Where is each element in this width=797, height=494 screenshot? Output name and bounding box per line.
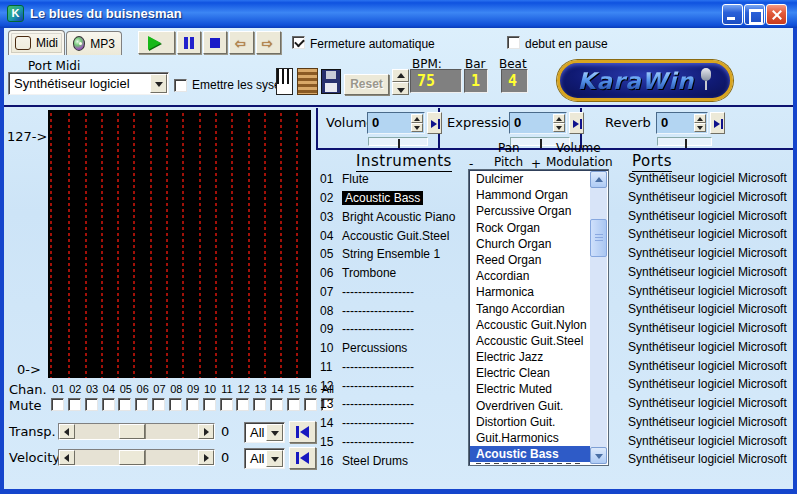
instrument-row[interactable]: 07------------------ xyxy=(320,283,468,302)
sysex-checkbox[interactable] xyxy=(174,79,187,92)
slider-right-arrow[interactable] xyxy=(198,450,214,465)
reset-button[interactable]: Reset xyxy=(344,74,389,95)
stop-button[interactable] xyxy=(203,31,227,54)
mute-checkbox[interactable] xyxy=(68,398,81,411)
transpose-scope-combobox[interactable]: All xyxy=(244,422,285,443)
slider-left-arrow[interactable] xyxy=(59,450,75,465)
mute-checkbox[interactable] xyxy=(253,398,266,411)
volume-field[interactable]: 0 xyxy=(367,112,425,134)
tab-midi[interactable]: Midi xyxy=(8,30,65,55)
transpose-slider-thumb[interactable] xyxy=(119,424,145,439)
velocity-reset-button[interactable] xyxy=(289,447,316,469)
expression-spinner[interactable] xyxy=(553,114,565,132)
mute-checkbox[interactable] xyxy=(203,398,216,411)
patch-list-item[interactable]: Percussive Organ xyxy=(470,203,590,219)
port-row[interactable]: Synthétiseur logiciel Microsoft xyxy=(628,169,793,188)
mute-checkbox[interactable] xyxy=(236,398,249,411)
instrument-row[interactable]: 10Percussions xyxy=(320,339,468,358)
patch-list-item[interactable]: Harmonica xyxy=(470,284,590,300)
volume-spinner[interactable] xyxy=(411,114,423,132)
port-row[interactable]: Synthétiseur logiciel Microsoft xyxy=(628,188,793,207)
instrument-row[interactable]: 04Accoustic Guit.Steel xyxy=(320,226,468,245)
bpm-spinner[interactable] xyxy=(392,69,409,95)
patch-list-item[interactable]: Overdriven Guit. xyxy=(470,398,590,414)
patch-list-item[interactable]: Electric Jazz xyxy=(470,349,590,365)
mute-checkbox[interactable] xyxy=(304,398,317,411)
port-row[interactable]: Synthétiseur logiciel Microsoft xyxy=(628,300,793,319)
mute-checkbox[interactable] xyxy=(51,398,64,411)
piano-keyboard-icon[interactable] xyxy=(276,68,293,95)
patch-list-item[interactable]: Rock Organ xyxy=(470,220,590,236)
scroll-down-icon[interactable] xyxy=(590,447,607,464)
start-paused-checkbox[interactable] xyxy=(507,36,520,49)
reverb-slider[interactable] xyxy=(657,137,712,146)
previous-button[interactable]: ⇦ xyxy=(229,31,254,54)
expression-field[interactable]: 0 xyxy=(509,112,567,134)
instrument-row[interactable]: 06Trombone xyxy=(320,264,468,283)
mute-checkbox[interactable] xyxy=(152,398,165,411)
port-row[interactable]: Synthétiseur logiciel Microsoft xyxy=(628,225,793,244)
port-row[interactable]: Synthétiseur logiciel Microsoft xyxy=(628,375,793,394)
transpose-slider[interactable] xyxy=(58,423,215,440)
patch-list-item[interactable]: Accoustic Guit.Steel xyxy=(470,333,590,349)
play-button[interactable] xyxy=(138,31,175,54)
reverb-apply-button[interactable] xyxy=(710,112,725,134)
instrument-row[interactable]: 05String Ensemble 1 xyxy=(320,245,468,264)
patch-list-item[interactable]: Acoustic Bass xyxy=(470,446,590,462)
velocity-scope-combobox[interactable]: All xyxy=(244,448,285,469)
scroll-up-icon[interactable] xyxy=(590,171,607,188)
port-row[interactable]: Synthétiseur logiciel Microsoft xyxy=(628,263,793,282)
combo-arrow-button[interactable] xyxy=(266,424,283,441)
transpose-reset-button[interactable] xyxy=(289,421,316,443)
expression-apply-button[interactable] xyxy=(569,112,584,134)
patch-list-item[interactable]: Electric Muted xyxy=(470,381,590,397)
mute-checkbox[interactable] xyxy=(85,398,98,411)
port-row[interactable]: Synthétiseur logiciel Microsoft xyxy=(628,394,793,413)
port-row[interactable]: Synthétiseur logiciel Microsoft xyxy=(628,450,793,469)
minimize-button[interactable] xyxy=(722,4,743,25)
slider-right-arrow[interactable] xyxy=(198,424,214,439)
tab-mp3[interactable]: MP3 xyxy=(66,31,122,55)
xylophone-icon[interactable] xyxy=(297,68,318,95)
spinner-up-icon[interactable] xyxy=(392,69,409,82)
reverb-field[interactable]: 0 xyxy=(656,112,708,134)
instrument-row[interactable]: 09------------------ xyxy=(320,320,468,339)
patch-list-item[interactable]: Church Organ xyxy=(470,236,590,252)
close-button[interactable] xyxy=(766,4,787,25)
instrument-row[interactable]: 16Steel Drums xyxy=(320,451,468,470)
patch-list-scrollbar[interactable] xyxy=(590,171,607,464)
combo-arrow-button[interactable] xyxy=(150,74,167,93)
port-row[interactable]: Synthétiseur logiciel Microsoft xyxy=(628,207,793,226)
instrument-row[interactable]: 11------------------ xyxy=(320,358,468,377)
patch-listbox[interactable]: DulcimerHammond OrganPercussive OrganRoc… xyxy=(468,169,609,466)
auto-close-checkbox[interactable] xyxy=(292,36,305,49)
reverb-spinner[interactable] xyxy=(694,114,706,132)
mute-checkbox[interactable] xyxy=(118,398,131,411)
instrument-row[interactable]: 15------------------ xyxy=(320,433,468,452)
instrument-row[interactable]: 02Acoustic Bass xyxy=(320,189,468,208)
port-row[interactable]: Synthétiseur logiciel Microsoft xyxy=(628,357,793,376)
volume-slider[interactable] xyxy=(368,137,428,146)
instrument-row[interactable]: 08------------------ xyxy=(320,301,468,320)
velocity-slider[interactable] xyxy=(58,449,215,466)
patch-list-item[interactable]: Reed Organ xyxy=(470,252,590,268)
mute-checkbox[interactable] xyxy=(186,398,199,411)
mute-checkbox[interactable] xyxy=(287,398,300,411)
velocity-slider-thumb[interactable] xyxy=(119,450,145,465)
port-row[interactable]: Synthétiseur logiciel Microsoft xyxy=(628,244,793,263)
patch-list-item[interactable]: Hammond Organ xyxy=(470,187,590,203)
pause-button[interactable] xyxy=(177,31,201,54)
titlebar[interactable]: K Le blues du buisnesman xyxy=(0,0,797,28)
save-disk-icon[interactable] xyxy=(321,69,341,94)
instrument-row[interactable]: 01Flute xyxy=(320,170,468,189)
instrument-row[interactable]: 14------------------ xyxy=(320,414,468,433)
port-row[interactable]: Synthétiseur logiciel Microsoft xyxy=(628,282,793,301)
patch-list-item[interactable]: Accoustic Guit.Nylon xyxy=(470,317,590,333)
patch-list-item[interactable]: Guit.Harmonics xyxy=(470,430,590,446)
slider-left-arrow[interactable] xyxy=(59,424,75,439)
volume-apply-button[interactable] xyxy=(427,112,442,134)
patch-list-item[interactable]: Electric Clean xyxy=(470,365,590,381)
port-midi-combobox[interactable]: Synthétiseur logiciel xyxy=(8,72,169,95)
mute-checkbox[interactable] xyxy=(169,398,182,411)
patch-list-item[interactable]: Dulcimer xyxy=(470,171,590,187)
